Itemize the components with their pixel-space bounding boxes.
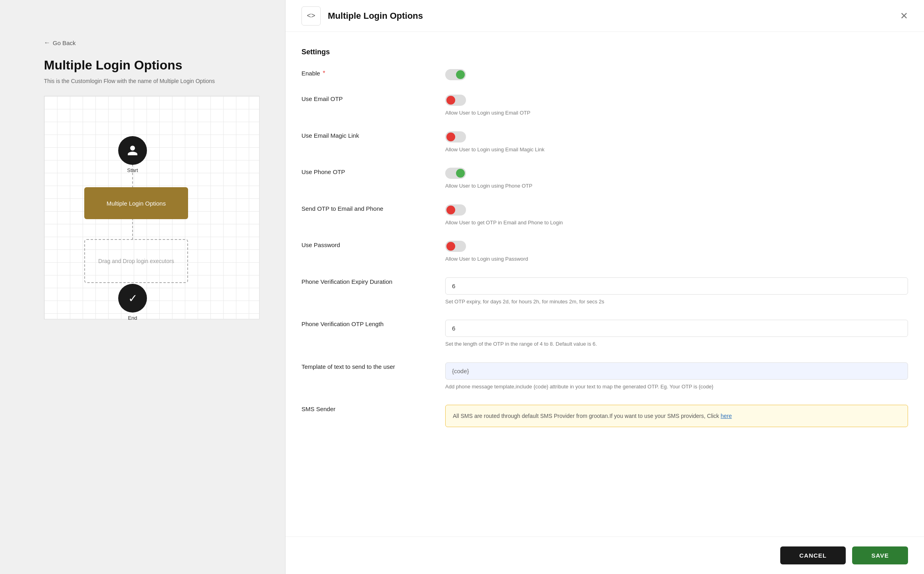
phone-otp-toggle-thumb [456,169,465,178]
setting-label-otp-length: Phone Verification OTP Length [301,320,429,328]
drag-drop-label: Drag and Drop login executors [98,258,174,264]
phone-otp-toggle[interactable] [445,168,466,179]
email-magic-control: Allow User to Login using Email Magic Li… [445,131,908,154]
phone-otp-description: Allow User to Login using Phone OTP [445,182,908,190]
drag-drop-node[interactable]: Drag and Drop login executors [84,239,188,283]
expiry-description: Set OTP expiry, for days 2d, for hours 2… [445,298,908,306]
setting-label-sms-sender: SMS Sender [301,405,429,413]
setting-row-expiry: Phone Verification Expiry Duration Set O… [301,277,908,306]
connector-2 [132,218,133,240]
setting-label-email-otp: Use Email OTP [301,95,429,103]
close-button[interactable]: ✕ [900,10,908,22]
otp-email-phone-control: Allow User to get OTP in Email and Phone… [445,204,908,227]
phone-otp-label: Use Phone OTP [301,168,345,175]
template-input[interactable] [445,362,908,380]
password-toggle-thumb [446,242,455,251]
setting-row-template: Template of text to send to the user Add… [301,362,908,391]
save-button[interactable]: SAVE [852,546,908,564]
setting-row-password: Use Password Allow User to Login using P… [301,241,908,263]
setting-label-otp-email-phone: Send OTP to Email and Phone [301,204,429,213]
email-magic-toggle[interactable] [445,131,466,143]
password-toggle-track [445,241,466,252]
otp-length-input[interactable] [445,320,908,337]
password-description: Allow User to Login using Password [445,255,908,263]
setting-label-password: Use Password [301,241,429,249]
go-back-label: Go Back [53,40,76,46]
sms-warning-box: All SMS are routed through default SMS P… [445,405,908,427]
enable-toggle-wrap[interactable] [445,69,908,80]
setting-label-template: Template of text to send to the user [301,362,429,371]
page-subtitle: This is the Customlogin Flow with the na… [44,78,215,84]
close-icon: ✕ [900,10,908,21]
go-back-button[interactable]: ← Go Back [44,39,76,46]
section-title: Settings [301,48,908,56]
phone-otp-toggle-track [445,168,466,179]
otp-email-phone-description: Allow User to get OTP in Email and Phone… [445,219,908,227]
email-magic-toggle-wrap[interactable] [445,131,908,143]
otp-email-phone-toggle-thumb [446,206,455,214]
enable-toggle-thumb [456,70,465,79]
email-magic-toggle-thumb [446,133,455,141]
expiry-control: Set OTP expiry, for days 2d, for hours 2… [445,277,908,306]
expiry-label: Phone Verification Expiry Duration [301,278,393,285]
otp-email-phone-toggle[interactable] [445,204,466,216]
expiry-input[interactable] [445,277,908,295]
setting-row-email-otp: Use Email OTP Allow User to Login using … [301,95,908,117]
drawer-body: Settings Enable * Use Email OTP [286,32,924,536]
login-options-label: Multiple Login Options [107,200,166,207]
email-magic-label: Use Email Magic Link [301,132,359,139]
code-icon-button[interactable]: <> [301,6,321,26]
code-icon: <> [307,12,315,20]
setting-label-enable: Enable * [301,69,429,77]
email-otp-toggle-wrap[interactable] [445,95,908,106]
email-otp-toggle[interactable] [445,95,466,106]
flow-canvas: Start Multiple Login Options Drag and Dr… [44,96,260,319]
enable-toggle-track [445,69,466,80]
sms-sender-label: SMS Sender [301,406,335,412]
setting-label-expiry: Phone Verification Expiry Duration [301,277,429,286]
email-otp-control: Allow User to Login using Email OTP [445,95,908,117]
setting-label-phone-otp: Use Phone OTP [301,168,429,176]
end-node-circle: ✓ [118,284,147,313]
setting-row-sms-sender: SMS Sender All SMS are routed through de… [301,405,908,427]
enable-control [445,69,908,80]
settings-drawer: <> Multiple Login Options ✕ Settings Ena… [285,0,924,574]
password-toggle[interactable] [445,241,466,252]
otp-email-phone-toggle-wrap[interactable] [445,204,908,216]
setting-row-otp-length: Phone Verification OTP Length Set the le… [301,320,908,348]
person-icon [127,144,139,156]
password-control: Allow User to Login using Password [445,241,908,263]
phone-otp-toggle-wrap[interactable] [445,168,908,179]
sms-here-link[interactable]: here [721,413,732,419]
back-arrow-icon: ← [44,39,50,46]
email-otp-label: Use Email OTP [301,95,343,102]
start-node-circle [118,136,147,165]
template-control: Add phone message template,include {code… [445,362,908,391]
setting-row-phone-otp: Use Phone OTP Allow User to Login using … [301,168,908,190]
email-otp-description: Allow User to Login using Email OTP [445,109,908,117]
enable-label: Enable [301,70,320,77]
page-title: Multiple Login Options [44,58,182,73]
setting-row-email-magic: Use Email Magic Link Allow User to Login… [301,131,908,154]
otp-length-control: Set the length of the OTP in the range o… [445,320,908,348]
setting-row-otp-email-phone: Send OTP to Email and Phone Allow User t… [301,204,908,227]
end-label: End [128,315,137,321]
drawer-footer: CANCEL SAVE [286,536,924,574]
phone-otp-control: Allow User to Login using Phone OTP [445,168,908,190]
required-star: * [323,70,325,77]
cancel-button[interactable]: CANCEL [780,546,846,564]
email-otp-toggle-thumb [446,96,455,105]
start-label: Start [127,167,138,173]
otp-email-phone-toggle-track [445,204,466,216]
otp-length-description: Set the length of the OTP in the range o… [445,340,908,348]
enable-toggle[interactable] [445,69,466,80]
template-description: Add phone message template,include {code… [445,383,908,391]
drawer-title: Multiple Login Options [328,11,900,21]
password-label: Use Password [301,241,340,248]
otp-length-label: Phone Verification OTP Length [301,321,384,327]
setting-row-enable: Enable * [301,69,908,80]
sms-warning-text: All SMS are routed through default SMS P… [453,413,721,419]
password-toggle-wrap[interactable] [445,241,908,252]
otp-email-phone-label: Send OTP to Email and Phone [301,205,383,212]
login-options-node[interactable]: Multiple Login Options [84,187,188,219]
